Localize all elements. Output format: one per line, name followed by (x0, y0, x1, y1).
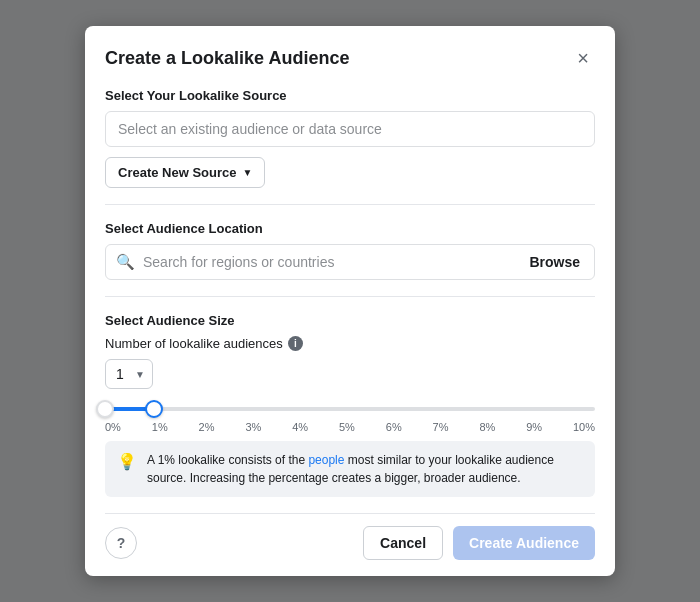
location-search-wrapper: 🔍 Browse (105, 244, 595, 280)
slider-track (105, 407, 595, 411)
slider-label-5: 5% (339, 421, 355, 433)
slider-label-2: 2% (199, 421, 215, 433)
location-input[interactable] (143, 254, 525, 270)
audience-size-label: Select Audience Size (105, 313, 595, 328)
source-section-label: Select Your Lookalike Source (105, 88, 595, 103)
slider-thumb-right[interactable] (145, 400, 163, 418)
bulb-icon: 💡 (117, 452, 137, 471)
modal-overlay: Create a Lookalike Audience × Select You… (0, 0, 700, 602)
slider-label-7: 7% (433, 421, 449, 433)
location-section-label: Select Audience Location (105, 221, 595, 236)
source-input[interactable] (105, 111, 595, 147)
create-audience-button[interactable]: Create Audience (453, 526, 595, 560)
info-text: A 1% lookalike consists of the people mo… (147, 451, 583, 487)
slider-thumb-left[interactable] (96, 400, 114, 418)
slider-label-3: 3% (245, 421, 261, 433)
number-select[interactable]: 1 2 3 4 5 6 (105, 359, 153, 389)
help-button[interactable]: ? (105, 527, 137, 559)
section-divider-2 (105, 296, 595, 297)
info-box: 💡 A 1% lookalike consists of the people … (105, 441, 595, 497)
num-audiences-text: Number of lookalike audiences (105, 336, 283, 351)
slider-label-4: 4% (292, 421, 308, 433)
slider-container: 0% 1% 2% 3% 4% 5% 6% 7% 8% 9% 10% (105, 407, 595, 433)
search-icon: 🔍 (116, 253, 135, 271)
modal-header: Create a Lookalike Audience × (105, 46, 595, 70)
slider-label-1: 1% (152, 421, 168, 433)
browse-button[interactable]: Browse (525, 254, 584, 270)
section-divider (105, 204, 595, 205)
slider-labels: 0% 1% 2% 3% 4% 5% 6% 7% 8% 9% 10% (105, 421, 595, 433)
modal-title: Create a Lookalike Audience (105, 48, 349, 69)
audience-size-section: Select Audience Size Number of lookalike… (105, 313, 595, 433)
num-audiences-label: Number of lookalike audiences i (105, 336, 595, 351)
info-icon[interactable]: i (288, 336, 303, 351)
slider-label-8: 8% (479, 421, 495, 433)
slider-label-10: 10% (573, 421, 595, 433)
source-section: Select Your Lookalike Source Create New … (105, 88, 595, 188)
modal-footer: ? Cancel Create Audience (105, 513, 595, 560)
location-section: Select Audience Location 🔍 Browse (105, 221, 595, 280)
slider-label-0: 0% (105, 421, 121, 433)
footer-actions: Cancel Create Audience (363, 526, 595, 560)
create-source-label: Create New Source (118, 165, 237, 180)
modal-container: Create a Lookalike Audience × Select You… (85, 26, 615, 576)
create-source-button[interactable]: Create New Source ▼ (105, 157, 265, 188)
slider-label-9: 9% (526, 421, 542, 433)
info-link[interactable]: people (308, 453, 344, 467)
info-text-before: A 1% lookalike consists of the (147, 453, 308, 467)
slider-label-6: 6% (386, 421, 402, 433)
cancel-button[interactable]: Cancel (363, 526, 443, 560)
dropdown-arrow-icon: ▼ (243, 167, 253, 178)
close-button[interactable]: × (571, 46, 595, 70)
number-select-wrapper: 1 2 3 4 5 6 ▼ (105, 359, 153, 389)
